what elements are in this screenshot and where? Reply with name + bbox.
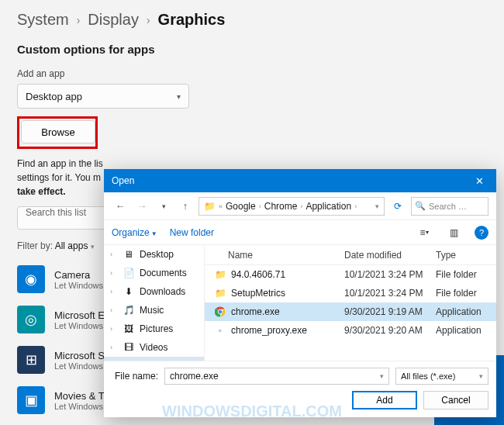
col-name[interactable]: Name xyxy=(205,250,344,261)
app-name: Microsoft St xyxy=(54,350,108,361)
highlight-box: Browse xyxy=(17,116,98,149)
footer: File name: chrome.exe ▾ All files (*.exe… xyxy=(104,361,496,391)
nav-row: ← → ▾ ↑ 📁 « Google› Chrome› Application›… xyxy=(104,192,496,220)
folder-icon: 📁 xyxy=(214,287,226,299)
watermark: WINDOWSDIGITAL.COM xyxy=(162,403,342,420)
chevron-down-icon: ▾ xyxy=(177,92,181,101)
expand-icon[interactable]: › xyxy=(110,251,118,258)
application-icon: ▫ xyxy=(214,324,226,337)
chrome-icon xyxy=(214,306,226,318)
nav-tree: ›🖥Desktop ›📄Documents ›⬇Downloads ›🎵Musi… xyxy=(104,245,205,361)
filter-label: Filter by: xyxy=(17,240,53,251)
chevron-down-icon: ▼ xyxy=(151,230,157,237)
recent-button[interactable]: ▾ xyxy=(155,198,172,215)
path-seg[interactable]: Google xyxy=(226,201,256,212)
tree-node[interactable]: ›⬇Downloads xyxy=(104,282,204,301)
chevron-right-icon: › xyxy=(147,14,150,26)
file-list: Name Date modified Type 📁94.0.4606.71 10… xyxy=(205,245,496,361)
new-folder-button[interactable]: New folder xyxy=(170,227,214,238)
path-seg[interactable]: Chrome xyxy=(264,201,298,212)
app-name: Microsoft Ed xyxy=(54,309,110,321)
tree-node[interactable]: ›🖥Desktop xyxy=(104,245,204,264)
file-row[interactable]: ▫chrome_proxy.exe 9/30/2021 9:20 AMAppli… xyxy=(205,321,496,340)
app-name: Movies & TV xyxy=(54,390,111,402)
address-bar[interactable]: 📁 « Google› Chrome› Application› ▾ xyxy=(198,197,385,216)
app-sub: Let Windows xyxy=(54,321,110,330)
app-icon: ◎ xyxy=(17,306,45,333)
forward-button[interactable]: → xyxy=(133,198,150,215)
chevron-down-icon[interactable]: ▾ xyxy=(380,372,384,380)
toolbar: Organize▼ New folder ≡▾ ▥ ? xyxy=(104,220,496,245)
chevron-down-icon[interactable]: ▾ xyxy=(375,202,379,210)
breadcrumb-system[interactable]: System xyxy=(17,11,69,29)
path-seg[interactable]: Application xyxy=(306,201,351,212)
chevron-down-icon: ▾ xyxy=(91,243,95,251)
col-date[interactable]: Date modified xyxy=(344,250,436,261)
app-icon: ▣ xyxy=(17,386,45,414)
search-field[interactable]: 🔍 Search … xyxy=(411,197,488,216)
titlebar: Open ✕ xyxy=(104,169,496,192)
app-sub: Let Windows xyxy=(54,361,108,371)
app-icon: ⊞ xyxy=(17,346,45,374)
close-icon[interactable]: ✕ xyxy=(462,169,496,192)
breadcrumb-current: Graphics xyxy=(158,11,226,29)
app-sub: Let Windows xyxy=(54,281,103,290)
tree-node[interactable]: ›🎵Music xyxy=(104,301,204,320)
app-type-combo[interactable]: Desktop app ▾ xyxy=(17,84,189,109)
app-sub: Let Windows xyxy=(54,402,111,411)
app-name: Camera xyxy=(54,269,103,281)
folder-icon: 📁 xyxy=(214,268,226,281)
file-row[interactable]: 📁94.0.4606.71 10/1/2021 3:24 PMFile fold… xyxy=(205,265,496,284)
list-item[interactable]: ▦ PhotosLet Windows decide (Power saving… xyxy=(17,420,318,425)
tree-node[interactable]: ›🎞Videos xyxy=(104,338,204,357)
cancel-button[interactable]: Cancel xyxy=(423,391,488,409)
filename-label: File name: xyxy=(112,371,158,382)
view-list-icon[interactable]: ≡▾ xyxy=(416,227,433,238)
section-heading: Custom options for apps xyxy=(17,43,318,56)
app-type-value: Desktop app xyxy=(26,91,82,102)
preview-pane-icon[interactable]: ▥ xyxy=(445,227,462,238)
dialog-title: Open xyxy=(112,175,134,186)
column-headers[interactable]: Name Date modified Type xyxy=(205,245,496,265)
file-row[interactable]: 📁SetupMetrics 10/1/2021 3:24 PMFile fold… xyxy=(205,284,496,302)
chevron-right-icon: › xyxy=(77,14,81,26)
tree-node[interactable]: ›🖼Pictures xyxy=(104,320,204,338)
folder-icon: 📁 xyxy=(204,201,216,212)
app-icon: ◉ xyxy=(17,265,45,293)
add-app-label: Add an app xyxy=(17,68,318,79)
up-button[interactable]: ↑ xyxy=(177,198,194,215)
file-row[interactable]: chrome.exe 9/30/2021 9:19 AMApplication xyxy=(205,302,496,321)
search-icon: 🔍 xyxy=(412,201,429,211)
breadcrumb-display[interactable]: Display xyxy=(88,11,139,29)
chevron-left-icon: « xyxy=(219,202,223,210)
chevron-down-icon: ▾ xyxy=(479,372,483,380)
back-button[interactable]: ← xyxy=(112,198,129,215)
filename-input[interactable]: chrome.exe ▾ xyxy=(164,368,389,385)
breadcrumb: System › Display › Graphics xyxy=(17,11,318,29)
open-dialog: Open ✕ ← → ▾ ↑ 📁 « Google› Chrome› Appli… xyxy=(104,169,496,417)
search-placeholder: Search … xyxy=(429,202,467,211)
add-button[interactable]: Add xyxy=(352,391,417,409)
filetype-combo[interactable]: All files (*.exe) ▾ xyxy=(395,368,488,385)
refresh-icon[interactable]: ⟳ xyxy=(389,198,406,215)
browse-button[interactable]: Browse xyxy=(21,120,95,143)
help-icon[interactable]: ? xyxy=(475,226,488,240)
filter-value: All apps xyxy=(55,240,88,251)
col-type[interactable]: Type xyxy=(436,250,496,261)
tree-node[interactable]: ›📄Documents xyxy=(104,264,204,282)
organize-menu[interactable]: Organize▼ xyxy=(112,227,157,238)
